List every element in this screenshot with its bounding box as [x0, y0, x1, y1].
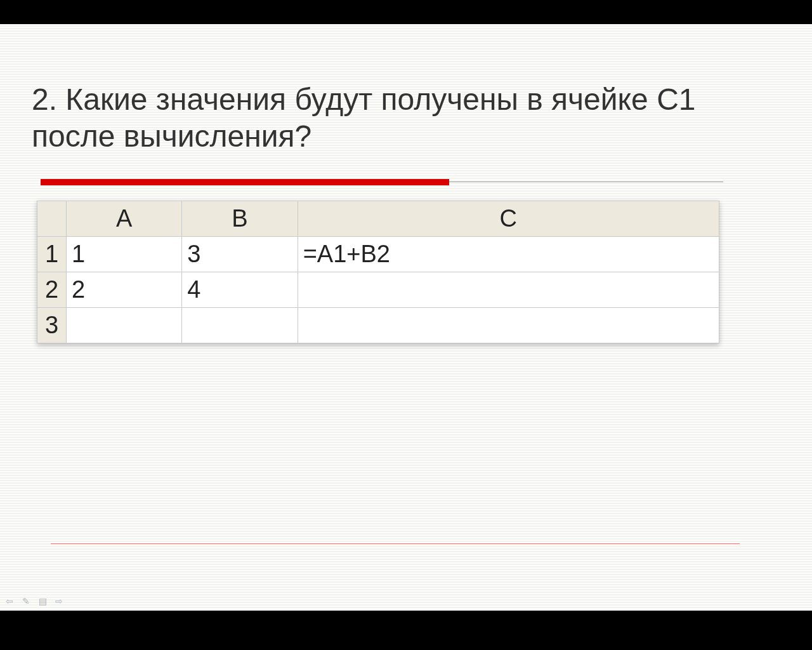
table-row: 3 — [37, 308, 719, 343]
cell-B2[interactable]: 4 — [182, 272, 298, 308]
corner-cell — [37, 201, 67, 237]
cell-C2[interactable] — [298, 272, 719, 308]
row-header-1[interactable]: 1 — [37, 237, 67, 272]
spreadsheet-fragment: A B C 1 1 3 =A1+B2 2 2 4 3 — [37, 201, 719, 343]
col-header-A[interactable]: A — [67, 201, 182, 237]
menu-icon[interactable]: ▤ — [37, 595, 48, 607]
cell-C1[interactable]: =A1+B2 — [298, 237, 719, 272]
title-underline — [41, 179, 449, 185]
back-icon[interactable]: ⇦ — [4, 595, 15, 607]
cell-A2[interactable]: 2 — [67, 272, 182, 308]
cell-A3[interactable] — [67, 308, 182, 343]
spreadsheet-table: A B C 1 1 3 =A1+B2 2 2 4 3 — [37, 201, 719, 343]
slide: 2. Какие значения будут получены в ячейк… — [0, 24, 812, 611]
cell-B3[interactable] — [182, 308, 298, 343]
pen-icon[interactable]: ✎ — [20, 595, 32, 607]
slide-nav: ⇦ ✎ ▤ ⇨ — [4, 595, 65, 607]
cell-A1[interactable]: 1 — [67, 237, 182, 272]
cell-C3[interactable] — [298, 308, 719, 343]
col-header-B[interactable]: B — [182, 201, 298, 237]
row-header-3[interactable]: 3 — [37, 308, 67, 343]
row-header-2[interactable]: 2 — [37, 272, 67, 308]
title-rule — [449, 182, 723, 182]
col-header-C[interactable]: C — [298, 201, 719, 237]
cell-B1[interactable]: 3 — [182, 237, 298, 272]
forward-icon[interactable]: ⇨ — [53, 595, 65, 607]
question-title: 2. Какие значения будут получены в ячейк… — [32, 81, 723, 154]
footer-rule — [51, 543, 740, 544]
table-row: 2 2 4 — [37, 272, 719, 308]
table-row: 1 1 3 =A1+B2 — [37, 237, 719, 272]
